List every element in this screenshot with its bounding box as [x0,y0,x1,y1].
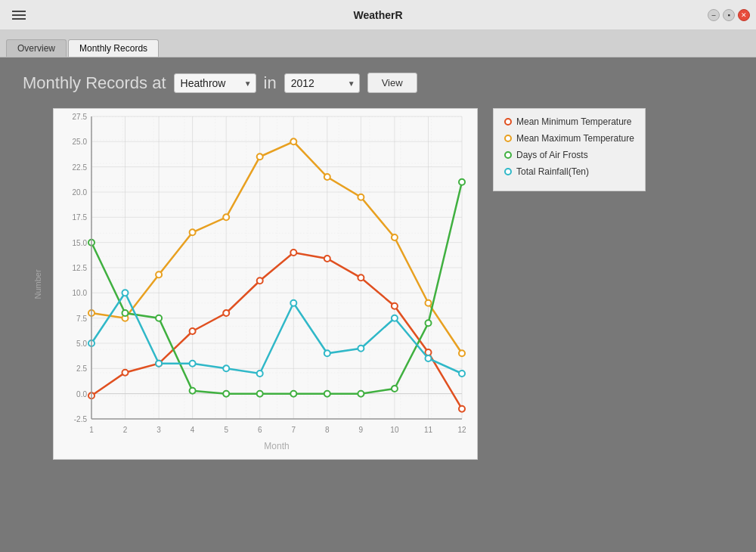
legend-dot-rainfall [504,168,512,175]
svg-point-55 [156,271,162,278]
svg-text:1: 1 [89,426,94,434]
svg-point-97 [358,346,364,352]
svg-point-60 [324,174,330,180]
svg-point-58 [257,154,263,160]
svg-text:11: 11 [424,426,433,434]
svg-point-70 [257,278,263,284]
svg-point-87 [426,320,432,326]
svg-point-90 [122,290,129,296]
svg-point-98 [392,315,398,321]
chart-legend: Mean Minimum Temperature Mean Maximum Te… [493,108,646,191]
svg-point-69 [223,310,229,316]
maximize-button[interactable]: ▪ [723,9,735,21]
svg-text:2.5: 2.5 [76,364,87,373]
svg-point-64 [459,350,465,356]
svg-text:20.0: 20.0 [73,188,88,197]
svg-point-74 [392,303,398,309]
page-header: Monthly Records at Heathrow London Manch… [23,73,733,93]
chart-svg: 27.5 25.0 22.5 20.0 17.5 15.0 12.5 10.0 … [54,109,477,457]
legend-item-mean-max: Mean Maximum Temperature [504,133,634,144]
y-axis-label-col: Number [23,108,53,460]
svg-text:12.5: 12.5 [73,264,88,272]
svg-point-76 [459,406,465,412]
svg-point-66 [122,370,129,376]
chart-area: 27.5 25.0 22.5 20.0 17.5 15.0 12.5 10.0 … [53,108,478,460]
svg-point-88 [459,179,465,185]
svg-point-68 [190,328,196,334]
year-select[interactable]: 2010 2011 2012 2013 2014 [284,73,360,93]
main-content: Monthly Records at Heathrow London Manch… [0,57,756,552]
svg-point-83 [290,391,296,397]
tab-overview[interactable]: Overview [6,39,67,57]
view-button[interactable]: View [367,73,417,93]
legend-item-rainfall: Total Rainfall(Ten) [504,166,634,177]
legend-item-mean-min: Mean Minimum Temperature [504,116,634,127]
svg-point-91 [156,361,162,367]
svg-text:22.5: 22.5 [73,163,88,172]
page-title-in: in [264,73,277,93]
svg-text:3: 3 [156,426,161,434]
page-title-prefix: Monthly Records at [23,73,166,93]
svg-point-59 [290,138,296,144]
close-button[interactable]: ✕ [738,9,750,21]
svg-point-86 [392,386,398,392]
svg-point-95 [290,300,296,306]
svg-text:0.0: 0.0 [76,390,87,398]
svg-text:5: 5 [224,426,228,434]
tab-monthly-records[interactable]: Monthly Records [68,39,159,57]
svg-text:27.5: 27.5 [73,113,88,121]
svg-text:Month: Month [264,441,289,451]
svg-text:2: 2 [123,426,128,434]
svg-point-71 [290,250,296,256]
svg-point-63 [426,300,432,306]
legend-dot-mean-min [504,118,512,126]
svg-point-78 [122,310,129,316]
legend-label-mean-max: Mean Maximum Temperature [516,133,634,144]
legend-label-rainfall: Total Rainfall(Ten) [516,166,589,177]
minimize-button[interactable]: – [708,9,720,21]
svg-text:6: 6 [258,426,262,434]
svg-text:10.0: 10.0 [73,289,88,297]
svg-text:25.0: 25.0 [73,138,88,146]
app-title: WeatherR [353,9,402,21]
svg-point-72 [324,256,330,262]
window-controls: – ▪ ✕ [708,9,750,21]
legend-dot-mean-max [504,135,512,142]
svg-point-85 [358,391,364,397]
legend-item-air-frosts: Days of Air Frosts [504,150,634,160]
svg-point-80 [190,388,196,394]
svg-text:12: 12 [457,426,466,434]
chart-outer: Number [23,108,478,460]
svg-text:9: 9 [359,426,364,434]
legend-label-mean-min: Mean Minimum Temperature [516,116,632,127]
svg-point-79 [156,315,162,321]
tab-bar: Overview Monthly Records [0,30,756,57]
svg-point-84 [324,391,330,397]
svg-text:17.5: 17.5 [73,213,88,222]
svg-point-93 [223,365,229,371]
svg-text:5.0: 5.0 [76,340,87,348]
svg-point-92 [190,361,196,367]
chart-container: Number [23,108,733,460]
svg-text:8: 8 [325,426,330,434]
svg-text:-2.5: -2.5 [74,415,88,423]
svg-text:10: 10 [390,426,399,434]
legend-label-air-frosts: Days of Air Frosts [516,150,588,160]
legend-dot-air-frosts [504,151,512,159]
svg-point-62 [392,234,398,240]
svg-point-94 [257,371,263,377]
svg-point-96 [324,350,330,356]
svg-point-82 [257,391,263,397]
svg-point-100 [459,371,465,377]
menu-button[interactable] [9,8,29,23]
svg-text:7.5: 7.5 [76,315,87,323]
svg-point-61 [358,194,364,200]
svg-point-57 [223,214,229,220]
location-select-wrapper: Heathrow London Manchester Birmingham ▼ [174,73,256,93]
svg-text:15.0: 15.0 [73,239,88,247]
year-select-wrapper: 2010 2011 2012 2013 2014 ▼ [284,73,360,93]
y-axis-label: Number [33,269,42,299]
location-select[interactable]: Heathrow London Manchester Birmingham [174,73,256,93]
svg-text:7: 7 [292,426,296,434]
title-bar: WeatherR – ▪ ✕ [0,0,756,30]
